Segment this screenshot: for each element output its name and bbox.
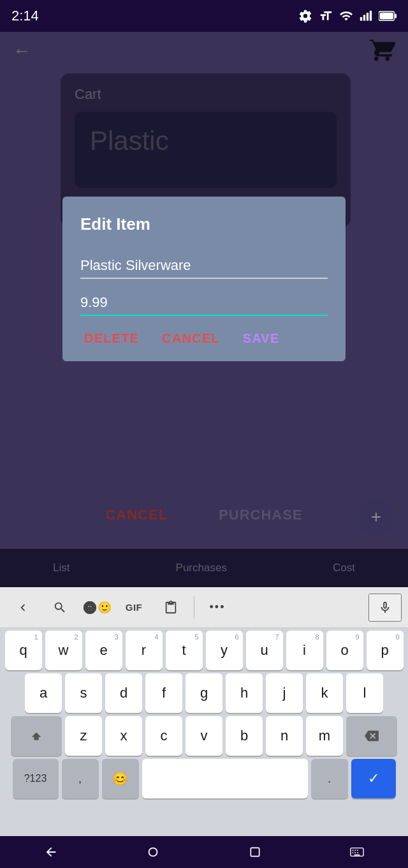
battery-icon (379, 10, 397, 22)
key-f[interactable]: f (145, 673, 182, 713)
status-bar: 2:14 (0, 0, 408, 32)
status-icons (298, 9, 397, 23)
app-background: ← Cart Plastic tcf21113@uga.edu CANCEL P… (0, 32, 408, 587)
key-x[interactable]: x (105, 716, 142, 756)
keyboard-more-button[interactable]: ••• (201, 594, 234, 622)
system-bar (0, 836, 408, 868)
key-comma[interactable]: , (62, 759, 99, 798)
system-keyboard-button[interactable] (343, 838, 371, 866)
system-home-button[interactable] (139, 838, 167, 866)
key-g[interactable]: g (186, 673, 222, 713)
key-e[interactable]: 3e (85, 631, 122, 670)
item-name-field[interactable] (80, 253, 328, 279)
save-button[interactable]: SAVE (243, 331, 280, 346)
key-rows: 1q 2w 3e 4r 5t 6y 7u 8i 9o 0p a s d f g … (0, 628, 408, 868)
keyboard-toolbar: 🙂 GIF ••• (0, 587, 408, 628)
key-r[interactable]: 4r (126, 631, 163, 670)
key-d[interactable]: d (105, 673, 142, 713)
system-back-button[interactable] (37, 838, 65, 866)
keyboard-clipboard-button[interactable] (154, 594, 187, 622)
svg-rect-8 (251, 848, 259, 856)
key-c[interactable]: c (145, 716, 182, 756)
key-row-2: a s d f g h j k l (3, 673, 405, 713)
svg-rect-1 (363, 15, 365, 20)
svg-rect-5 (395, 14, 397, 19)
dialog-cancel-button[interactable]: CANCEL (162, 331, 220, 346)
key-emoji[interactable]: 😊 (102, 759, 139, 798)
key-v[interactable]: v (186, 716, 222, 756)
item-price-input[interactable] (80, 290, 328, 316)
key-row-3: z x c v b n m (3, 716, 405, 756)
key-k[interactable]: k (306, 673, 343, 713)
keyboard-sticker-button[interactable]: 🙂 (80, 594, 113, 622)
toolbar-divider (194, 596, 194, 619)
key-backspace[interactable] (346, 716, 397, 756)
key-row-4: ?123 , 😊 . ✓ (3, 759, 405, 798)
key-l[interactable]: l (346, 673, 383, 713)
dialog-overlay: Edit Item DELETE CANCEL SAVE (0, 32, 408, 587)
key-b[interactable]: b (226, 716, 263, 756)
key-m[interactable]: m (306, 716, 343, 756)
key-u[interactable]: 7u (246, 631, 283, 670)
key-space[interactable] (142, 759, 308, 798)
key-w[interactable]: 2w (45, 631, 82, 670)
item-name-input[interactable] (80, 253, 328, 279)
key-i[interactable]: 8i (286, 631, 323, 670)
item-price-field[interactable] (80, 290, 328, 316)
dialog-actions: DELETE CANCEL SAVE (80, 331, 328, 346)
status-time: 2:14 (11, 8, 39, 24)
keyboard: 🙂 GIF ••• 1q 2w 3e 4r 5t 6y 7u 8i 9o 0p … (0, 587, 408, 868)
keyboard-back-button[interactable] (6, 594, 40, 622)
settings-icon (298, 9, 312, 23)
dialog-title: Edit Item (80, 214, 328, 234)
key-j[interactable]: j (266, 673, 303, 713)
key-shift[interactable] (11, 716, 62, 756)
font-icon (319, 9, 333, 23)
svg-rect-0 (360, 17, 362, 21)
svg-rect-2 (367, 13, 368, 21)
key-row-1: 1q 2w 3e 4r 5t 6y 7u 8i 9o 0p (3, 631, 405, 670)
svg-rect-3 (370, 11, 372, 21)
edit-item-dialog: Edit Item DELETE CANCEL SAVE (62, 197, 346, 361)
key-num-switch[interactable]: ?123 (13, 759, 59, 798)
key-o[interactable]: 9o (326, 631, 363, 670)
key-period[interactable]: . (311, 759, 348, 798)
wifi-icon (339, 9, 353, 23)
key-s[interactable]: s (65, 673, 102, 713)
key-a[interactable]: a (25, 673, 62, 713)
svg-point-7 (149, 848, 157, 857)
keyboard-gif-button[interactable]: GIF (117, 594, 150, 622)
key-p[interactable]: 0p (367, 631, 404, 670)
key-y[interactable]: 6y (206, 631, 243, 670)
key-z[interactable]: z (65, 716, 102, 756)
system-recents-button[interactable] (241, 838, 269, 866)
key-enter[interactable]: ✓ (351, 759, 396, 798)
key-n[interactable]: n (266, 716, 303, 756)
key-t[interactable]: 5t (166, 631, 203, 670)
keyboard-search-button[interactable] (43, 594, 76, 622)
signal-icon (360, 9, 372, 23)
key-h[interactable]: h (226, 673, 263, 713)
keyboard-mic-button[interactable] (368, 594, 402, 622)
key-q[interactable]: 1q (5, 631, 42, 670)
delete-button[interactable]: DELETE (84, 331, 139, 346)
svg-rect-6 (380, 13, 393, 20)
